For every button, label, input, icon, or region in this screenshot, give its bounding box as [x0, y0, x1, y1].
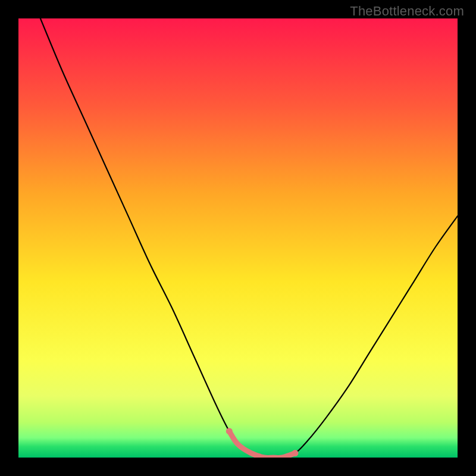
optimal-region-highlight	[229, 431, 295, 458]
watermark-text: TheBottleneck.com	[350, 4, 464, 19]
highlight-endpoint-dot	[292, 450, 298, 456]
curve-layer	[18, 18, 458, 458]
plot-area	[18, 18, 458, 458]
bottleneck-curve	[40, 18, 458, 458]
highlight-endpoint-dot	[226, 428, 233, 434]
chart-canvas: TheBottleneck.com	[0, 0, 476, 476]
